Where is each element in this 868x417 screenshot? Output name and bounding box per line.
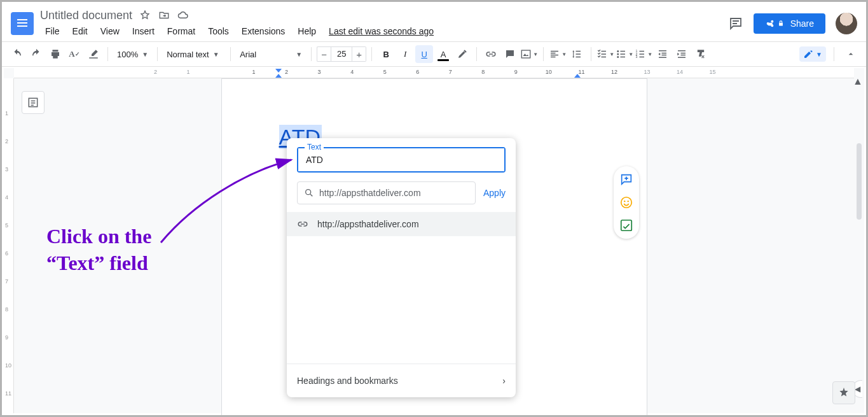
annotation-arrow — [155, 147, 301, 249]
ruler-tick: 2 — [5, 138, 8, 145]
account-avatar[interactable] — [836, 13, 857, 34]
link-text-input[interactable] — [298, 148, 504, 171]
insert-image-button[interactable]: ▼ — [520, 45, 538, 63]
bulleted-list-button[interactable]: ▼ — [616, 45, 633, 63]
document-title[interactable]: Untitled document — [40, 9, 132, 22]
move-icon[interactable] — [158, 9, 170, 22]
horizontal-ruler[interactable]: 21123456789101112131415 — [14, 68, 854, 78]
link-text-field[interactable]: Text — [297, 147, 506, 173]
collapse-toolbar-button[interactable] — [842, 45, 860, 63]
text-color-button[interactable]: A — [434, 45, 452, 63]
separator — [230, 47, 231, 61]
open-comments-icon[interactable] — [728, 16, 743, 31]
menu-view[interactable]: View — [95, 24, 125, 39]
ruler-tick: 10 — [5, 362, 11, 369]
line-spacing-button[interactable] — [568, 45, 586, 63]
ruler-tick: 11 — [5, 390, 11, 397]
title-bar: Untitled document File Edit View Insert … — [2, 2, 866, 41]
ruler-tick: 13 — [644, 69, 650, 75]
italic-button[interactable]: I — [396, 45, 414, 63]
vertical-ruler[interactable]: 123456789101112 — [4, 78, 14, 413]
svg-point-4 — [617, 53, 619, 55]
cloud-status-icon[interactable] — [177, 9, 189, 22]
explore-button[interactable] — [832, 381, 855, 404]
link-suggestion-label: http://appsthatdeliver.com — [317, 219, 419, 229]
ruler-tick: 10 — [546, 69, 552, 75]
ruler-tick: 5 — [383, 69, 387, 75]
checklist-button[interactable]: ▼ — [596, 45, 614, 63]
spellcheck-button[interactable]: A✓ — [65, 45, 83, 63]
insert-link-button[interactable] — [482, 45, 500, 63]
indent-marker-left-icon[interactable] — [275, 74, 282, 78]
ruler-tick: 6 — [416, 69, 419, 75]
ruler-tick: 7 — [449, 69, 452, 75]
font-size-decrease[interactable]: − — [317, 46, 331, 62]
link-suggestion-item[interactable]: http://appsthatdeliver.com — [287, 212, 516, 236]
separator — [371, 47, 372, 61]
ruler-tick: 3 — [318, 69, 321, 75]
print-button[interactable] — [46, 45, 64, 63]
separator — [834, 47, 834, 61]
paint-format-button[interactable] — [85, 45, 102, 63]
bold-button[interactable]: B — [377, 45, 395, 63]
side-panel-chevron-icon: ▲ — [853, 70, 862, 93]
headings-bookmarks-label: Headings and bookmarks — [297, 376, 398, 386]
apply-button[interactable]: Apply — [483, 188, 506, 198]
link-url-value: http://appsthatdeliver.com — [319, 188, 421, 198]
highlight-button[interactable] — [453, 45, 471, 63]
ruler-tick: 8 — [5, 306, 8, 313]
ruler-tick: 14 — [677, 69, 683, 75]
editing-mode-button[interactable]: ▼ — [799, 46, 826, 62]
add-comment-icon[interactable] — [619, 173, 633, 187]
link-editor-dialog: Text http://appsthatdeliver.com Apply ht… — [287, 138, 516, 397]
separator — [157, 47, 158, 61]
ruler-tick: 11 — [578, 69, 584, 75]
ruler-tick: 4 — [5, 194, 8, 201]
svg-rect-13 — [621, 220, 632, 231]
menu-file[interactable]: File — [40, 24, 65, 39]
headings-bookmarks-button[interactable]: Headings and bookmarks › — [287, 364, 516, 397]
share-button[interactable]: Share — [754, 13, 825, 34]
indent-increase-button[interactable] — [673, 45, 691, 63]
ruler-tick: 5 — [5, 222, 8, 229]
numbered-list-button[interactable]: 123▼ — [635, 45, 652, 63]
chevron-right-icon: › — [502, 376, 506, 386]
menu-format[interactable]: Format — [162, 24, 200, 39]
insert-comment-button[interactable] — [501, 45, 519, 63]
font-size-input[interactable]: 25 — [331, 46, 352, 62]
emoji-reaction-icon[interactable] — [619, 195, 633, 209]
show-outline-button[interactable] — [22, 91, 45, 114]
align-button[interactable]: ▼ — [549, 45, 567, 63]
underline-button[interactable]: U — [415, 45, 433, 63]
menu-help[interactable]: Help — [293, 24, 321, 39]
font-size-increase[interactable]: + — [352, 46, 366, 62]
indent-marker-top-icon[interactable] — [275, 69, 282, 73]
redo-button[interactable] — [27, 45, 45, 63]
clear-formatting-button[interactable] — [692, 45, 710, 63]
paragraph-style-combo[interactable]: Normal text▼ — [163, 45, 225, 63]
last-edit-link[interactable]: Last edit was seconds ago — [324, 24, 439, 39]
menu-insert[interactable]: Insert — [127, 24, 160, 39]
menu-edit[interactable]: Edit — [67, 24, 93, 39]
ruler-tick: 1 — [5, 110, 8, 117]
suggest-edits-icon[interactable] — [619, 218, 633, 232]
ruler-tick: 1 — [252, 69, 256, 75]
menu-tools[interactable]: Tools — [203, 24, 234, 39]
zoom-combo[interactable]: 100%▼ — [113, 45, 152, 63]
ruler-tick: 1 — [186, 69, 189, 75]
vertical-scrollbar[interactable] — [855, 143, 863, 417]
indent-decrease-button[interactable] — [654, 45, 672, 63]
star-icon[interactable] — [139, 9, 151, 22]
search-icon — [304, 188, 314, 198]
separator — [476, 47, 477, 61]
ruler-tick: 8 — [481, 69, 485, 75]
svg-point-12 — [628, 201, 629, 202]
link-url-field[interactable]: http://appsthatdeliver.com — [297, 181, 476, 204]
svg-point-5 — [617, 56, 619, 58]
ruler-tick: 2 — [154, 69, 157, 75]
docs-logo-icon[interactable] — [11, 12, 34, 35]
ruler-tick: 4 — [350, 69, 354, 75]
undo-button[interactable] — [8, 45, 26, 63]
font-combo[interactable]: Arial▼ — [236, 45, 306, 63]
menu-extensions[interactable]: Extensions — [237, 24, 290, 39]
